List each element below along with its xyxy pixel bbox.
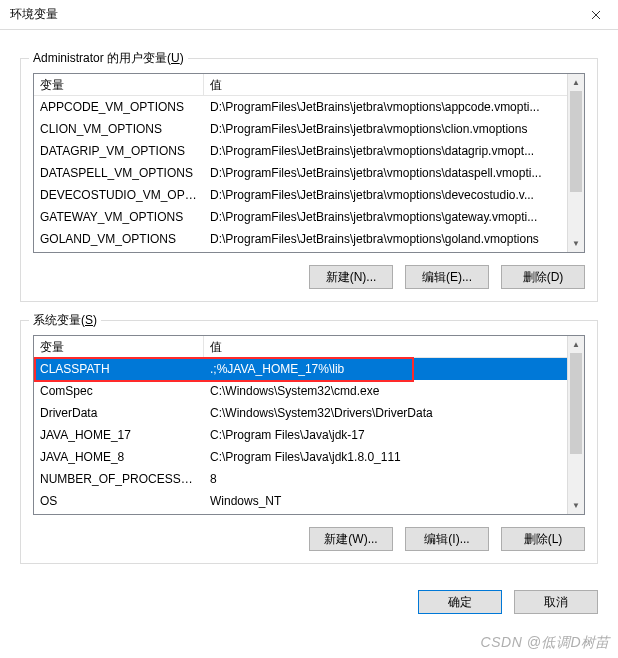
var-value: Windows_NT bbox=[204, 494, 584, 508]
titlebar: 环境变量 bbox=[0, 0, 618, 30]
var-name: DriverData bbox=[34, 406, 204, 420]
var-value: D:\ProgramFiles\JetBrains\jetbra\vmoptio… bbox=[204, 122, 584, 136]
table-row[interactable]: JAVA_HOME_8C:\Program Files\Java\jdk1.8.… bbox=[34, 446, 584, 468]
var-name: OS bbox=[34, 494, 204, 508]
var-value: C:\Windows\System32\Drivers\DriverData bbox=[204, 406, 584, 420]
table-row[interactable]: CLION_VM_OPTIONSD:\ProgramFiles\JetBrain… bbox=[34, 118, 584, 140]
table-row[interactable]: JAVA_HOME_17C:\Program Files\Java\jdk-17 bbox=[34, 424, 584, 446]
scroll-down-icon[interactable]: ▼ bbox=[568, 235, 584, 252]
user-delete-button[interactable]: 删除(D) bbox=[501, 265, 585, 289]
table-header: 变量 值 bbox=[34, 336, 584, 358]
user-variables-label: Administrator 的用户变量(U) bbox=[29, 50, 188, 67]
scroll-thumb[interactable] bbox=[570, 353, 582, 454]
var-value: C:\Windows\System32\cmd.exe bbox=[204, 384, 584, 398]
col-value[interactable]: 值 bbox=[204, 74, 584, 95]
cancel-button[interactable]: 取消 bbox=[514, 590, 598, 614]
close-icon[interactable] bbox=[573, 0, 618, 30]
var-name: CLASSPATH bbox=[34, 362, 204, 376]
scroll-thumb[interactable] bbox=[570, 91, 582, 192]
scroll-up-icon[interactable]: ▲ bbox=[568, 336, 584, 353]
scroll-track[interactable] bbox=[568, 91, 584, 235]
scroll-down-icon[interactable]: ▼ bbox=[568, 497, 584, 514]
table-row[interactable]: DATAGRIP_VM_OPTIONSD:\ProgramFiles\JetBr… bbox=[34, 140, 584, 162]
var-value: D:\ProgramFiles\JetBrains\jetbra\vmoptio… bbox=[204, 232, 584, 246]
table-row[interactable]: ComSpecC:\Windows\System32\cmd.exe bbox=[34, 380, 584, 402]
var-name: DATASPELL_VM_OPTIONS bbox=[34, 166, 204, 180]
var-value: 8 bbox=[204, 472, 584, 486]
var-name: APPCODE_VM_OPTIONS bbox=[34, 100, 204, 114]
var-name: DATAGRIP_VM_OPTIONS bbox=[34, 144, 204, 158]
var-value: D:\ProgramFiles\JetBrains\jetbra\vmoptio… bbox=[204, 100, 584, 114]
sys-edit-button[interactable]: 编辑(I)... bbox=[405, 527, 489, 551]
system-variables-table[interactable]: 变量 值 CLASSPATH.;%JAVA_HOME_17%\libComSpe… bbox=[33, 335, 585, 515]
table-row[interactable]: DriverDataC:\Windows\System32\Drivers\Dr… bbox=[34, 402, 584, 424]
var-value: C:\Program Files\Java\jdk1.8.0_111 bbox=[204, 450, 584, 464]
col-name[interactable]: 变量 bbox=[34, 74, 204, 95]
var-name: GATEWAY_VM_OPTIONS bbox=[34, 210, 204, 224]
var-name: GOLAND_VM_OPTIONS bbox=[34, 232, 204, 246]
var-name: ComSpec bbox=[34, 384, 204, 398]
table-row[interactable]: GATEWAY_VM_OPTIONSD:\ProgramFiles\JetBra… bbox=[34, 206, 584, 228]
scroll-up-icon[interactable]: ▲ bbox=[568, 74, 584, 91]
var-name: CLION_VM_OPTIONS bbox=[34, 122, 204, 136]
table-header: 变量 值 bbox=[34, 74, 584, 96]
var-value: D:\ProgramFiles\JetBrains\jetbra\vmoptio… bbox=[204, 210, 584, 224]
var-value: D:\ProgramFiles\JetBrains\jetbra\vmoptio… bbox=[204, 188, 584, 202]
table-row[interactable]: OSWindows_NT bbox=[34, 490, 584, 512]
table-row[interactable]: GOLAND_VM_OPTIONSD:\ProgramFiles\JetBrai… bbox=[34, 228, 584, 250]
var-name: NUMBER_OF_PROCESSORS bbox=[34, 472, 204, 486]
var-name: JAVA_HOME_8 bbox=[34, 450, 204, 464]
var-name: JAVA_HOME_17 bbox=[34, 428, 204, 442]
sys-new-button[interactable]: 新建(W)... bbox=[309, 527, 393, 551]
table-row[interactable]: DEVECOSTUDIO_VM_OPT...D:\ProgramFiles\Je… bbox=[34, 184, 584, 206]
system-variables-label: 系统变量(S) bbox=[29, 312, 101, 329]
ok-button[interactable]: 确定 bbox=[418, 590, 502, 614]
var-value: .;%JAVA_HOME_17%\lib bbox=[204, 362, 584, 376]
user-variables-table[interactable]: 变量 值 APPCODE_VM_OPTIONSD:\ProgramFiles\J… bbox=[33, 73, 585, 253]
user-new-button[interactable]: 新建(N)... bbox=[309, 265, 393, 289]
var-value: D:\ProgramFiles\JetBrains\jetbra\vmoptio… bbox=[204, 166, 584, 180]
window-title: 环境变量 bbox=[10, 6, 58, 23]
col-name[interactable]: 变量 bbox=[34, 336, 204, 357]
user-edit-button[interactable]: 编辑(E)... bbox=[405, 265, 489, 289]
table-row[interactable]: CLASSPATH.;%JAVA_HOME_17%\lib bbox=[34, 358, 584, 380]
scrollbar[interactable]: ▲ ▼ bbox=[567, 74, 584, 252]
user-variables-group: Administrator 的用户变量(U) 变量 值 APPCODE_VM_O… bbox=[20, 58, 598, 302]
table-row[interactable]: APPCODE_VM_OPTIONSD:\ProgramFiles\JetBra… bbox=[34, 96, 584, 118]
var-value: C:\Program Files\Java\jdk-17 bbox=[204, 428, 584, 442]
scrollbar[interactable]: ▲ ▼ bbox=[567, 336, 584, 514]
var-name: DEVECOSTUDIO_VM_OPT... bbox=[34, 188, 204, 202]
var-value: D:\ProgramFiles\JetBrains\jetbra\vmoptio… bbox=[204, 144, 584, 158]
table-row[interactable]: NUMBER_OF_PROCESSORS8 bbox=[34, 468, 584, 490]
watermark: CSDN @低调D树苗 bbox=[481, 634, 610, 652]
col-value[interactable]: 值 bbox=[204, 336, 584, 357]
sys-delete-button[interactable]: 删除(L) bbox=[501, 527, 585, 551]
scroll-track[interactable] bbox=[568, 353, 584, 497]
table-row[interactable]: DATASPELL_VM_OPTIONSD:\ProgramFiles\JetB… bbox=[34, 162, 584, 184]
system-variables-group: 系统变量(S) 变量 值 CLASSPATH.;%JAVA_HOME_17%\l… bbox=[20, 320, 598, 564]
